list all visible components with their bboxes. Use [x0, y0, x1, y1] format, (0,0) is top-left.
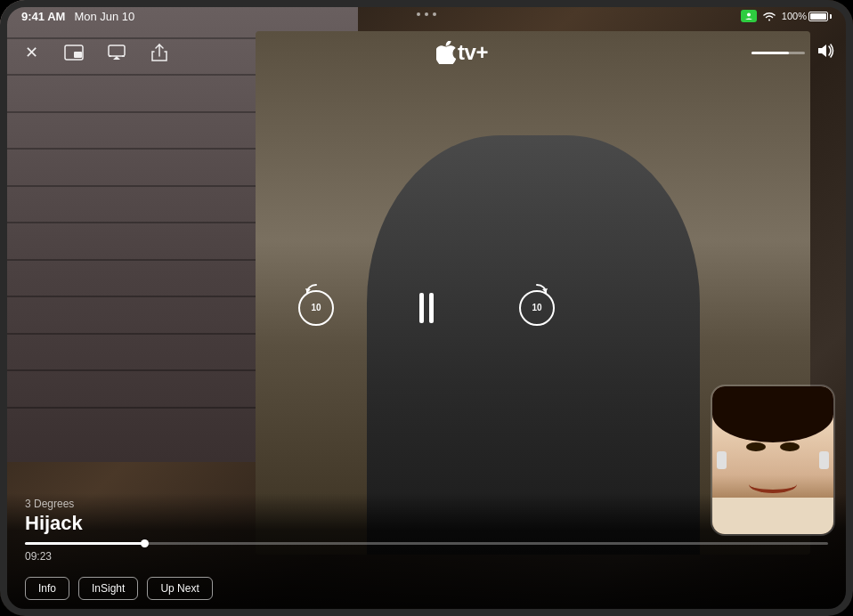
facetime-overlay[interactable]	[711, 385, 835, 536]
close-button[interactable]: ✕	[18, 39, 45, 66]
status-right: 100%	[741, 10, 832, 22]
forward-button[interactable]: 10	[517, 288, 556, 328]
volume-speaker-icon	[816, 43, 835, 59]
battery-fill	[810, 13, 826, 20]
wifi-icon	[762, 11, 776, 21]
pause-icon	[419, 293, 434, 323]
earbud-left	[717, 451, 727, 469]
show-title: Hijack	[25, 512, 828, 535]
svg-rect-3	[109, 45, 125, 56]
actor-figure	[367, 135, 700, 555]
insight-button[interactable]: InSight	[78, 577, 138, 600]
person-icon	[744, 12, 753, 20]
battery-percent: 100%	[782, 11, 807, 21]
airplay-button[interactable]	[103, 39, 130, 66]
person-status-icon	[741, 10, 757, 22]
forward-circle: 10	[519, 290, 555, 326]
show-info: 3 Degrees Hijack	[25, 498, 828, 535]
person-hair	[712, 386, 833, 442]
progress-bar[interactable]	[25, 542, 828, 545]
forward-seconds: 10	[532, 304, 541, 312]
volume-icon	[816, 43, 835, 62]
playback-controls: 10 10	[297, 288, 556, 328]
share-button[interactable]	[146, 39, 173, 66]
progress-fill	[25, 542, 145, 545]
ipad-frame: 9:41 AM Mon Jun 10 100%	[0, 0, 853, 616]
apple-logo-icon	[436, 41, 456, 64]
eye-right	[780, 442, 800, 451]
top-right-controls	[751, 43, 835, 62]
top-controls: ✕	[18, 39, 835, 66]
picture-in-picture-button[interactable]	[61, 39, 87, 66]
pause-button[interactable]	[407, 288, 446, 328]
battery-icon	[808, 12, 828, 21]
top-left-controls: ✕	[18, 39, 173, 66]
status-bar: 9:41 AM Mon Jun 10 100%	[0, 0, 853, 32]
person-clothing	[712, 498, 833, 535]
side-edge-handle	[0, 277, 4, 304]
rewind-seconds: 10	[311, 304, 321, 312]
status-time: 9:41 AM	[21, 10, 65, 23]
info-button[interactable]: Info	[25, 577, 69, 600]
svg-rect-2	[74, 52, 82, 58]
forward-arrow-icon	[526, 283, 548, 301]
progress-area: 09:23	[25, 542, 828, 563]
volume-bar[interactable]	[751, 52, 805, 54]
earbud-right	[819, 451, 829, 469]
status-date: Mon Jun 10	[74, 10, 134, 23]
battery-tip	[830, 14, 832, 19]
person-smile	[749, 475, 797, 493]
svg-point-0	[747, 13, 751, 17]
pause-bar-left	[419, 293, 424, 323]
rewind-arrow-icon	[305, 283, 327, 301]
airplay-icon	[108, 45, 126, 61]
action-buttons: Info InSight Up Next	[25, 577, 828, 600]
pause-bar-right	[429, 293, 434, 323]
apple-tv-logo: tv+	[436, 40, 488, 65]
picture-in-picture-icon	[64, 45, 84, 61]
rewind-circle: 10	[298, 290, 334, 326]
time-display: 09:23	[25, 550, 828, 563]
apple-tv-text: tv+	[458, 40, 488, 65]
facetime-video	[712, 386, 833, 534]
rewind-button[interactable]: 10	[297, 288, 336, 328]
battery-container: 100%	[782, 11, 832, 21]
show-subtitle: 3 Degrees	[25, 498, 828, 510]
up-next-button[interactable]: Up Next	[147, 577, 212, 600]
eye-left	[746, 442, 766, 451]
share-icon	[151, 44, 167, 61]
